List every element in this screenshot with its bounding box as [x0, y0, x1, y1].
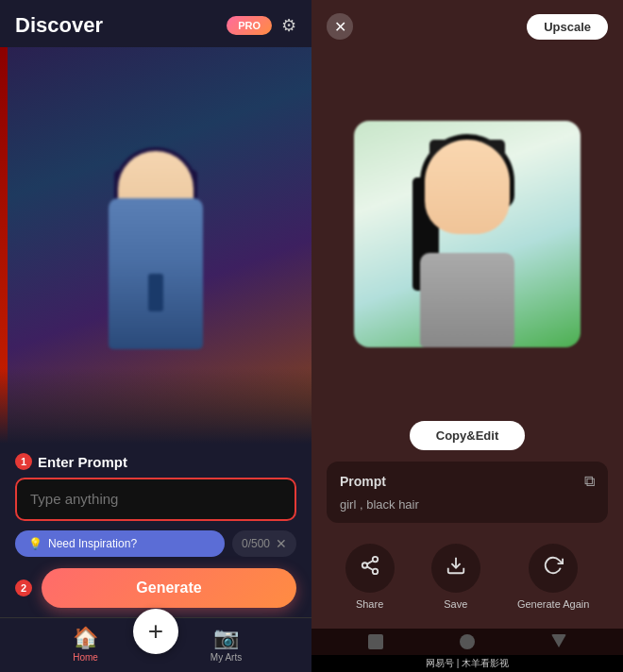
prompt-box-title: Prompt: [340, 474, 386, 489]
prompt-input[interactable]: [30, 491, 281, 507]
header-right: PRO ⚙: [227, 15, 296, 36]
share-icon: [360, 555, 380, 581]
prompt-tags: girl , black hair: [340, 497, 595, 512]
svg-point-1: [362, 563, 367, 568]
nav-my-arts-label: My Arts: [210, 652, 242, 663]
overlay-gradient: [0, 368, 312, 444]
generate-again-label: Generate Again: [517, 598, 589, 610]
inspiration-button[interactable]: 💡 Need Inspiration?: [15, 530, 225, 557]
add-button[interactable]: +: [133, 609, 178, 654]
svg-point-0: [372, 557, 378, 563]
prompt-controls: 💡 Need Inspiration? 0/500 ✕: [15, 530, 296, 557]
step1-badge: 1: [15, 453, 32, 470]
bottom-nav: 🏠 Home + 📷 My Arts: [0, 617, 312, 672]
close-button[interactable]: ✕: [327, 13, 353, 40]
right-watermark: 网易号 | 木羊看影视: [312, 655, 623, 672]
char-count-display: 0/500 ✕: [232, 530, 296, 557]
triangle-nav-btn[interactable]: [551, 634, 566, 647]
right-header: ✕ Upscale: [312, 0, 623, 49]
left-panel: Discover PRO ⚙ 1 Enter Prompt: [0, 0, 312, 672]
generated-image: [354, 121, 581, 347]
generate-again-action[interactable]: Generate Again: [517, 544, 589, 610]
inspiration-label: Need Inspiration?: [48, 537, 137, 550]
pro-badge[interactable]: PRO: [227, 16, 272, 35]
copy-edit-button[interactable]: Copy&Edit: [410, 421, 525, 450]
char-tie: [148, 274, 163, 311]
bulb-icon: 💡: [28, 537, 42, 550]
clear-icon[interactable]: ✕: [276, 536, 287, 551]
image-showcase: [0, 47, 312, 444]
save-icon-circle: [431, 544, 480, 593]
upscale-button[interactable]: Upscale: [527, 14, 608, 40]
gear-icon[interactable]: ⚙: [281, 15, 296, 36]
right-panel: ✕ Upscale Copy&Edit Prompt ⧉ girl , blac…: [312, 0, 623, 672]
girl-head: [425, 140, 510, 234]
right-image-area: [312, 49, 623, 410]
share-icon-circle: [345, 544, 395, 593]
right-system-nav: [312, 629, 623, 655]
enter-prompt-label: 1 Enter Prompt: [15, 453, 296, 470]
share-label: Share: [356, 598, 383, 610]
prompt-input-container[interactable]: [15, 478, 296, 521]
camera-icon: 📷: [213, 626, 239, 650]
refresh-icon: [543, 555, 564, 581]
left-header: Discover PRO ⚙: [0, 0, 312, 47]
girl-body: [420, 253, 514, 347]
svg-line-4: [366, 561, 372, 564]
home-icon: 🏠: [73, 626, 98, 650]
enter-prompt-text: Enter Prompt: [38, 454, 127, 470]
bottom-section: 1 Enter Prompt 💡 Need Inspiration? 0/500…: [0, 444, 312, 617]
step2-badge: 2: [15, 580, 32, 596]
svg-point-2: [372, 569, 378, 575]
anime-character: [80, 142, 231, 349]
showcase-image: [0, 47, 312, 444]
save-action[interactable]: Save: [431, 544, 480, 610]
square-nav-btn[interactable]: [368, 634, 383, 649]
share-action[interactable]: Share: [345, 544, 395, 610]
prompt-box: Prompt ⧉ girl , black hair: [327, 462, 608, 523]
save-label: Save: [444, 598, 467, 610]
generate-button[interactable]: Generate: [42, 568, 296, 608]
circle-nav-btn[interactable]: [460, 634, 475, 649]
prompt-box-header: Prompt ⧉: [340, 473, 595, 490]
copy-icon[interactable]: ⧉: [584, 473, 595, 490]
char-count-text: 0/500: [242, 537, 270, 550]
app-title: Discover: [15, 13, 103, 38]
generate-again-icon-circle: [529, 544, 578, 593]
generate-container: 2 Generate: [15, 568, 296, 608]
save-icon: [446, 555, 466, 581]
nav-home-label: Home: [73, 652, 98, 663]
action-buttons: Share Save: [312, 534, 623, 629]
svg-line-3: [366, 566, 372, 570]
